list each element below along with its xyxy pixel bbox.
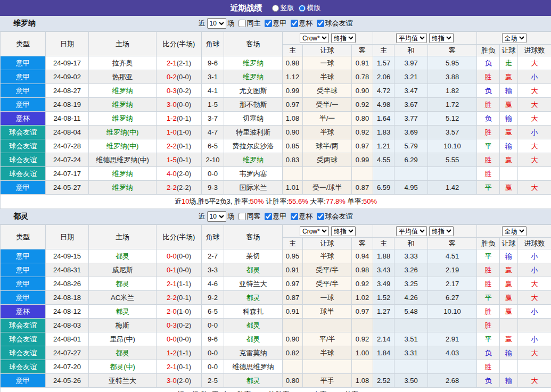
layout-radio-vertical-label: 竖版 [281,3,294,13]
scope-select[interactable]: 全场 [502,33,527,43]
same-venue-filter[interactable]: 同客 [236,212,261,221]
goals-result-cell: 大 [518,181,551,195]
away-team-cell: 都灵 [224,374,283,388]
home-team-cell: AC米兰 [89,291,157,305]
league-checkbox-serie-a[interactable] [265,20,272,27]
match-row: 意甲24-09-17拉齐奥2-1(2-1)9-6维罗纳0.98一球0.911.5… [1,56,551,70]
odds-source-select[interactable]: Crow* [300,33,329,43]
league-filter-serie-a[interactable]: 意甲 [262,212,287,221]
league-filter-serie-a[interactable]: 意甲 [262,19,287,28]
away-odds-cell: 0.92 [352,126,373,139]
summary-segment: 55.6% [289,197,308,205]
layout-radio-vertical[interactable] [272,5,279,12]
result-cell: 平 [477,249,500,263]
avg-draw-cell: 3.33 [394,249,428,263]
result-cell: 负 [477,112,500,126]
avg-source-select[interactable]: 平均值 [396,33,427,43]
avg-away-cell: 1.82 [428,84,477,98]
league-type-cell: 球会友谊 [1,319,46,332]
avg-final-select[interactable]: 终指 [429,226,454,236]
home-team-cell: 都灵 [89,277,157,291]
league-checkbox-serie-a[interactable] [265,213,272,220]
avg-final-select[interactable]: 终指 [429,33,454,43]
away-odds-cell: 0.91 [352,56,373,70]
handicap-result-cell: 赢 [500,332,518,346]
home-team-cell: 维罗纳 [89,181,157,195]
home-odds-cell: 1.01 [283,181,303,195]
col-header-home: 主场 [89,225,157,249]
matches-table: 类型 日期 主场 比分(半场) 角球 客场 Crow*终指 平均值终指 全场 主… [0,224,551,392]
score-cell: 2-1(1-1) [157,277,202,291]
result-group-header: 全场 [477,32,551,45]
league-checkbox-coppa[interactable] [291,20,298,27]
summary-segment: 50% [250,197,264,205]
league-checkbox-friendly[interactable] [317,20,324,27]
handicap-cell [303,167,352,181]
avg-draw-cell [394,360,428,374]
league-type-cell: 意甲 [1,374,46,388]
result-cell: 负 [477,56,500,70]
odds-final-select[interactable]: 终指 [331,226,356,236]
sub-header-handicap-result: 让球 [500,45,518,56]
date-cell: 24-07-24 [46,153,89,167]
home-odds-cell: 0.91 [283,305,303,319]
match-count-select[interactable]: 10 [207,211,226,222]
league-type-cell: 球会友谊 [1,139,46,153]
result-cell: 平 [477,291,500,305]
match-row: 意甲24-08-18AC米兰2-2(0-1)9-2都灵0.87一球1.021.5… [1,291,551,305]
league-filter-friendly[interactable]: 球会友谊 [315,19,353,28]
avg-draw-cell: 4.26 [394,291,428,305]
league-checkbox-coppa[interactable] [291,213,298,220]
matches-table: 类型 日期 主场 比分(半场) 角球 客场 Crow*终指 平均值终指 全场 主… [0,31,551,209]
away-team-cell: 维罗纳 [224,70,283,84]
avg-away-cell: 10.10 [428,139,477,153]
handicap-result-cell [500,360,518,374]
handicap-result-cell: 赢 [500,291,518,305]
home-team-cell: 维罗纳 [89,167,157,181]
layout-option-vertical[interactable]: 竖版 [272,3,294,13]
goals-result-cell: 大 [518,291,551,305]
handicap-result-cell: 赢 [500,263,518,277]
avg-group-header: 平均值终指 [373,32,477,45]
avg-home-cell: 2.06 [373,70,394,84]
league-type-cell: 球会友谊 [1,360,46,374]
page-title: 近期战绩 [231,3,262,13]
home-team-cell: 都灵 [89,305,157,319]
corner-cell: 2-10 [202,153,224,167]
avg-draw-cell: 3.97 [394,56,428,70]
handicap-cell: 球半/两 [303,139,352,153]
result-cell: 胜 [477,277,500,291]
away-odds-cell: 0.92 [352,332,373,346]
league-filter-friendly[interactable]: 球会友谊 [315,212,353,221]
odds-final-select[interactable]: 终指 [331,33,356,43]
corner-cell: 2-5 [202,374,224,388]
summary-segment: 单率: [346,197,363,205]
home-odds-cell: 0.98 [283,56,303,70]
league-checkbox-friendly[interactable] [317,213,324,220]
avg-draw-cell [394,167,428,181]
avg-away-cell: 2.68 [428,374,477,388]
same-venue-checkbox[interactable] [239,213,246,220]
same-venue-filter[interactable]: 同主 [236,19,261,28]
odds-source-select[interactable]: Crow* [300,226,329,236]
avg-home-cell: 3.43 [373,263,394,277]
avg-source-select[interactable]: 平均值 [396,226,427,236]
match-count-select[interactable]: 10 [207,18,226,29]
league-filter-coppa[interactable]: 意杯 [289,212,313,221]
handicap-result-cell: 赢 [500,153,518,167]
avg-home-cell: 4.72 [373,84,394,98]
scope-select[interactable]: 全场 [502,226,527,236]
match-row: 球会友谊24-07-27都灵1-2(1-1)0-0克雷莫纳0.82半球1.001… [1,346,551,360]
avg-home-cell: 1.88 [373,249,394,263]
away-odds-cell [352,167,373,181]
avg-away-cell: 2.17 [428,277,477,291]
layout-option-horizontal[interactable]: 横版 [299,3,321,13]
sub-header-goals-result: 进球数 [518,45,551,56]
score-cell: 2-1(2-1) [157,56,202,70]
same-venue-checkbox[interactable] [239,20,246,27]
layout-radio-horizontal[interactable] [299,5,306,12]
score-cell: 2-0(1-0) [157,305,202,319]
league-filter-coppa[interactable]: 意杯 [289,19,313,28]
col-header-date: 日期 [46,32,89,56]
avg-home-cell: 2.14 [373,332,394,346]
